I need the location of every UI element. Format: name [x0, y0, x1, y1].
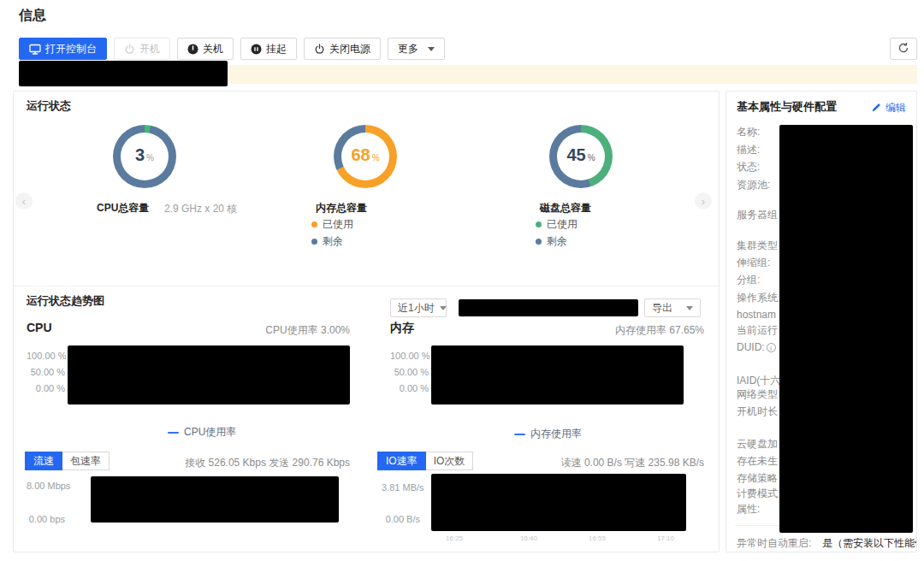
x-axis-tick: 17:10: [657, 534, 674, 542]
disk-capacity-label: 磁盘总容量: [540, 201, 591, 216]
legend-label: CPU使用率: [184, 425, 236, 440]
pencil-icon: [872, 102, 882, 115]
x-axis-tick: 16:40: [520, 534, 537, 542]
refresh-icon: [897, 42, 909, 56]
refresh-button[interactable]: [890, 38, 917, 60]
property-label: 资源池:: [737, 178, 770, 192]
io-summary: 读速 0.00 B/s 写速 235.98 KB/s: [493, 456, 704, 470]
disk-usage-value: 45 %: [549, 125, 613, 188]
carousel-next-button[interactable]: ›: [695, 192, 712, 210]
cpu-usage-summary: CPU使用率 3.00%: [185, 323, 350, 338]
y-axis-tick: 0.00 %: [27, 383, 65, 393]
cpu-usage-unit: %: [146, 153, 154, 162]
cpu-chart-title: CPU: [27, 321, 52, 334]
property-label: 分组:: [737, 273, 760, 287]
section-title-trend: 运行状态趋势图: [27, 293, 104, 309]
power-on-button: 开机: [114, 38, 170, 60]
y-axis-tick: 0.00 B/s: [382, 514, 420, 524]
property-label: 当前运行: [737, 323, 778, 338]
property-label: 网络类型: [737, 387, 778, 402]
open-console-label: 打开控制台: [45, 42, 97, 56]
y-axis-tick: 100.00 %: [27, 351, 65, 361]
tab-packet-rate[interactable]: 包速率: [62, 452, 110, 470]
tab-io-rate[interactable]: IO速率: [377, 452, 426, 470]
more-button[interactable]: 更多: [388, 38, 445, 60]
power-off-label: 关闭电源: [329, 42, 370, 56]
tab-io-count[interactable]: IO次数: [425, 452, 474, 470]
network-tabs: 流速 包速率: [25, 452, 110, 470]
suspend-pause-icon: [251, 44, 262, 55]
property-label: 服务器组: [737, 208, 778, 222]
export-select[interactable]: 导出: [644, 298, 701, 317]
property-label: 伸缩组:: [737, 256, 770, 270]
y-axis-tick: 50.00 %: [27, 367, 65, 377]
property-label: 名称:: [737, 125, 760, 139]
disk-usage-unit: %: [588, 153, 595, 162]
more-label: 更多: [398, 42, 418, 56]
memory-chart-legend[interactable]: 内存使用率: [514, 427, 582, 441]
chevron-down-icon: [428, 47, 435, 51]
info-icon[interactable]: i: [767, 343, 776, 352]
disk-legend-remain: 剩余: [536, 234, 567, 249]
legend-label: 剩余: [323, 234, 343, 249]
time-range-value: 近1小时: [398, 301, 435, 316]
property-label: 存储策略: [737, 471, 778, 486]
cpu-spec-label: 2.9 GHz x 20 核: [164, 202, 237, 216]
property-label: 操作系统: [737, 291, 778, 305]
shutdown-icon: [187, 44, 198, 55]
io-tabs: IO速率 IO次数: [377, 452, 473, 470]
shutdown-button[interactable]: 关机: [177, 38, 234, 60]
y-axis-tick: 0.00 %: [390, 383, 429, 393]
memory-usage-number: 68: [351, 145, 370, 165]
section-title-running-status: 运行状态: [27, 98, 71, 114]
cpu-usage-value: 3 %: [113, 125, 176, 188]
x-axis-tick: 16:25: [446, 534, 463, 542]
properties-title: 基本属性与硬件配置: [737, 99, 837, 115]
suspend-label: 挂起: [266, 42, 287, 56]
legend-dash-icon: [168, 432, 179, 434]
property-label: DUID:i: [737, 341, 776, 353]
y-axis-tick: 0.00 bps: [27, 514, 65, 524]
open-console-button[interactable]: 打开控制台: [19, 38, 107, 60]
tab-flow-rate[interactable]: 流速: [25, 452, 62, 470]
auto-restart-label: 异常时自动重启:: [737, 536, 811, 551]
power-on-label: 开机: [139, 42, 160, 56]
chevron-down-icon: [440, 306, 447, 310]
auto-restart-value: 是（需安装以下性能优: [822, 536, 916, 551]
time-range-select[interactable]: 近1小时: [390, 298, 447, 317]
cpu-chart-legend[interactable]: CPU使用率: [168, 425, 236, 440]
suspend-button[interactable]: 挂起: [240, 38, 297, 60]
redacted-cpu-chart-plot: [68, 345, 350, 405]
y-axis-tick: 3.81 MB/s: [382, 482, 420, 493]
legend-dot-orange: [311, 221, 317, 227]
status-card: 运行状态 ‹ › 3 % CPU总容量 2.9 GHz x 20 核 68 % …: [13, 91, 720, 552]
memory-usage-unit: %: [372, 153, 380, 162]
legend-dash-icon: [514, 434, 525, 435]
memory-usage-donut: 68 %: [334, 125, 397, 188]
export-value: 导出: [652, 301, 672, 316]
redacted-io-chart-plot: [431, 474, 686, 531]
cpu-usage-number: 3: [135, 145, 145, 165]
y-axis-tick: 50.00 %: [390, 367, 429, 377]
cpu-usage-donut: 3 %: [113, 125, 176, 188]
redacted-date-range-picker: [459, 299, 638, 316]
legend-label: 剩余: [547, 234, 567, 249]
network-summary: 接收 526.05 Kbps 发送 290.76 Kbps: [142, 456, 350, 470]
shutdown-label: 关机: [203, 42, 223, 56]
console-monitor-icon: [29, 44, 41, 55]
property-label: hostnam: [737, 309, 776, 321]
memory-legend-used: 已使用: [311, 217, 353, 232]
memory-chart-title: 内存: [390, 321, 414, 336]
property-label: 描述:: [737, 143, 760, 157]
memory-usage-value: 68 %: [334, 125, 397, 188]
redacted-memory-chart-plot: [431, 345, 684, 405]
property-label: 云硬盘加: [737, 437, 778, 452]
carousel-prev-button[interactable]: ‹: [15, 192, 33, 210]
power-off-button[interactable]: 关闭电源: [304, 38, 381, 60]
property-label: 计费模式: [737, 487, 778, 501]
property-label: 状态:: [737, 160, 760, 174]
edit-button[interactable]: 编辑: [872, 101, 906, 115]
redacted-property-values: [779, 125, 913, 533]
disk-usage-number: 45: [566, 145, 585, 165]
disk-usage-donut: 45 %: [549, 125, 613, 188]
